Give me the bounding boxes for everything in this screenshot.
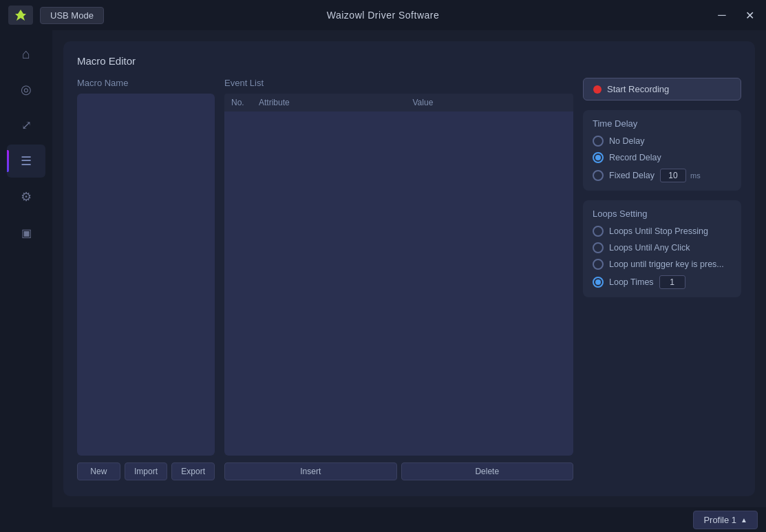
profile-label: Profile 1 bbox=[703, 515, 736, 525]
controls-column: Start Recording Time Delay No Delay Reco… bbox=[583, 78, 741, 480]
profile-arrow-icon: ▲ bbox=[741, 516, 747, 524]
record-delay-row[interactable]: Record Delay bbox=[593, 152, 732, 163]
cursor-icon: ⤢ bbox=[21, 118, 32, 133]
dpi-icon: ◎ bbox=[21, 82, 32, 97]
card-body: Macro Name New Import Export Event List … bbox=[77, 78, 741, 480]
fixed-delay-input-row: ms bbox=[660, 169, 701, 182]
loops-setting-panel: Loops Setting Loops Until Stop Pressing … bbox=[583, 200, 741, 297]
macro-icon: ☰ bbox=[21, 153, 32, 169]
main-layout: ⌂ ◎ ⤢ ☰ ⚙ ▣ Macro Editor Macro Name bbox=[0, 30, 766, 507]
sidebar-item-device[interactable]: ▣ bbox=[7, 216, 45, 249]
device-icon: ▣ bbox=[21, 226, 32, 240]
loop-times-label: Loop Times bbox=[609, 277, 654, 287]
home-icon: ⌂ bbox=[22, 46, 30, 62]
sidebar-item-macro[interactable]: ☰ bbox=[7, 145, 45, 178]
col-no-label: No. bbox=[231, 98, 259, 107]
macro-buttons: New Import Export bbox=[77, 462, 215, 480]
macro-name-label: Macro Name bbox=[77, 78, 215, 88]
titlebar: USB Mode Waizowl Driver Software ─ ✕ bbox=[0, 0, 766, 30]
insert-button[interactable]: Insert bbox=[224, 462, 397, 480]
fixed-delay-radio[interactable] bbox=[593, 170, 604, 181]
macro-list-area[interactable] bbox=[77, 94, 215, 456]
event-table-header: No. Attribute Value bbox=[224, 94, 573, 111]
record-dot-icon bbox=[593, 85, 602, 94]
new-button[interactable]: New bbox=[77, 462, 120, 480]
no-delay-label: No Delay bbox=[609, 136, 644, 146]
statusbar: Profile 1 ▲ bbox=[0, 507, 766, 532]
loop-until-trigger-label: Loop until trigger key is pres... bbox=[609, 259, 724, 269]
event-buttons: Insert Delete bbox=[224, 462, 573, 480]
loop-times-radio[interactable] bbox=[593, 277, 604, 288]
loop-until-trigger-radio[interactable] bbox=[593, 259, 604, 270]
fixed-delay-value-input[interactable] bbox=[660, 169, 686, 182]
loops-until-stop-label: Loops Until Stop Pressing bbox=[609, 226, 708, 236]
time-delay-panel: Time Delay No Delay Record Delay Fixed D… bbox=[583, 110, 741, 191]
active-indicator bbox=[7, 150, 9, 172]
app-logo bbox=[8, 6, 33, 25]
event-list-label: Event List bbox=[224, 78, 573, 88]
no-delay-row[interactable]: No Delay bbox=[593, 136, 732, 147]
minimize-button[interactable]: ─ bbox=[714, 7, 730, 23]
fixed-delay-row[interactable]: Fixed Delay ms bbox=[593, 169, 732, 182]
close-button[interactable]: ✕ bbox=[741, 7, 758, 23]
start-recording-label: Start Recording bbox=[607, 84, 669, 94]
no-delay-radio[interactable] bbox=[593, 136, 604, 147]
sidebar-item-buttons[interactable]: ⤢ bbox=[7, 109, 45, 142]
loops-until-any-click-label: Loops Until Any Click bbox=[609, 243, 690, 253]
profile-button[interactable]: Profile 1 ▲ bbox=[693, 511, 758, 529]
loops-until-any-click-radio[interactable] bbox=[593, 242, 604, 253]
svg-marker-0 bbox=[15, 10, 26, 21]
content-area: Macro Editor Macro Name New Import Expor… bbox=[52, 30, 766, 507]
delay-unit-label: ms bbox=[690, 171, 701, 180]
event-list-column: Event List No. Attribute Value Insert De… bbox=[224, 78, 573, 480]
macro-name-column: Macro Name New Import Export bbox=[77, 78, 215, 480]
delete-button[interactable]: Delete bbox=[401, 462, 574, 480]
loop-until-trigger-row[interactable]: Loop until trigger key is pres... bbox=[593, 259, 732, 270]
macro-editor-card: Macro Editor Macro Name New Import Expor… bbox=[63, 41, 755, 496]
loops-until-stop-radio[interactable] bbox=[593, 226, 604, 237]
col-val-label: Value bbox=[413, 98, 567, 107]
loop-times-value-input[interactable] bbox=[659, 275, 685, 289]
loop-times-row[interactable]: Loop Times bbox=[593, 275, 732, 289]
card-title: Macro Editor bbox=[77, 55, 741, 67]
fixed-delay-label: Fixed Delay bbox=[609, 171, 655, 180]
export-button[interactable]: Export bbox=[171, 462, 215, 480]
record-delay-label: Record Delay bbox=[609, 153, 661, 162]
loops-setting-title: Loops Setting bbox=[593, 209, 732, 219]
start-recording-button[interactable]: Start Recording bbox=[583, 78, 741, 100]
event-table-body[interactable] bbox=[224, 111, 573, 456]
loops-until-any-click-row[interactable]: Loops Until Any Click bbox=[593, 242, 732, 253]
sidebar-item-dpi[interactable]: ◎ bbox=[7, 73, 45, 106]
app-title: Waizowl Driver Software bbox=[327, 10, 439, 21]
sidebar-item-home[interactable]: ⌂ bbox=[7, 37, 45, 70]
import-button[interactable]: Import bbox=[125, 462, 168, 480]
window-controls: ─ ✕ bbox=[714, 7, 758, 23]
gear-icon: ⚙ bbox=[21, 189, 32, 204]
sidebar-item-settings[interactable]: ⚙ bbox=[7, 180, 45, 213]
col-attr-label: Attribute bbox=[259, 98, 413, 107]
loops-until-stop-row[interactable]: Loops Until Stop Pressing bbox=[593, 226, 732, 237]
sidebar: ⌂ ◎ ⤢ ☰ ⚙ ▣ bbox=[0, 30, 52, 507]
time-delay-title: Time Delay bbox=[593, 118, 732, 129]
record-delay-radio[interactable] bbox=[593, 152, 604, 163]
usb-mode-button[interactable]: USB Mode bbox=[40, 7, 104, 24]
